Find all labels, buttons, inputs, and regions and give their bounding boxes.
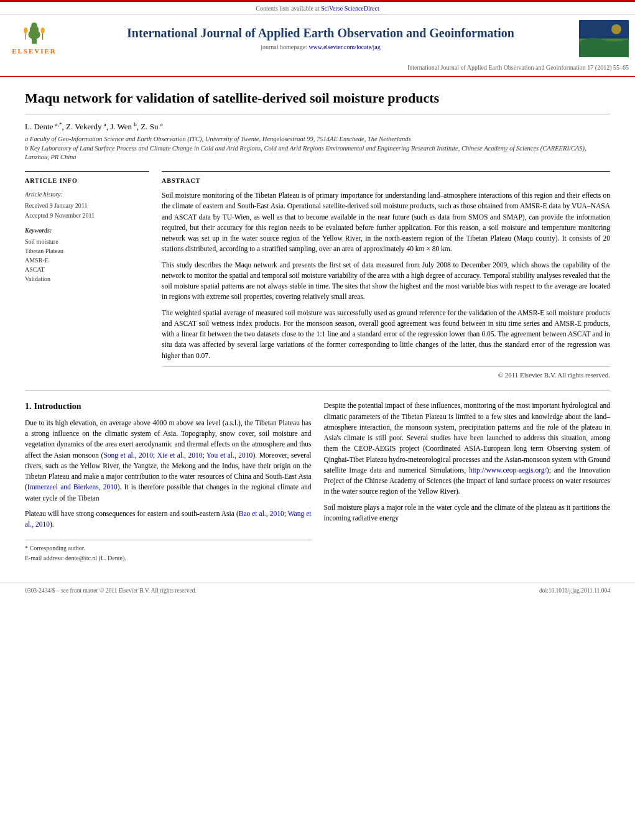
abstract-para-1: Soil moisture monitoring of the Tibetan … xyxy=(162,190,610,255)
accepted-date: Accepted 9 November 2011 xyxy=(25,211,149,220)
affiliations: a Faculty of Geo-Information Science and… xyxy=(25,135,610,162)
intro-para-1: Due to its high elevation, on average ab… xyxy=(25,418,312,504)
svg-point-3 xyxy=(31,22,37,29)
copyright: © 2011 Elsevier B.V. All rights reserved… xyxy=(162,366,610,380)
article-title: Maqu network for validation of satellite… xyxy=(25,90,610,114)
bottom-bar: 0303-2434/$ – see front matter © 2011 El… xyxy=(0,583,635,599)
body-left-col: 1.Introduction Due to its high elevation… xyxy=(25,400,312,564)
footnote-area: * Corresponding author. E-mail address: … xyxy=(25,540,312,563)
body-right-col: Despite the potential impact of these in… xyxy=(324,400,611,564)
issn-info: 0303-2434/$ – see front matter © 2011 El… xyxy=(25,587,197,595)
right-para-1: Despite the potential impact of these in… xyxy=(324,400,611,497)
intro-title: Introduction xyxy=(34,402,81,411)
sciverse-link[interactable]: SciVerse ScienceDirect xyxy=(321,5,379,12)
authors-line: L. Dente a,*, Z. Vekerdy a, J. Wen b, Z.… xyxy=(25,121,610,133)
right-para-2: Soil moisture plays a major role in the … xyxy=(324,502,611,524)
ref-xie[interactable]: Xie et al., 2010 xyxy=(157,451,203,459)
ref-you[interactable]: You et al., 2010 xyxy=(206,451,253,459)
journal-top-bar: Contents lists available at SciVerse Sci… xyxy=(0,2,635,15)
homepage-url[interactable]: www.elsevier.com/locate/jag xyxy=(308,44,380,50)
article-info-heading: ARTICLE INFO xyxy=(25,177,149,185)
intro-number: 1. xyxy=(25,402,32,411)
abstract-heading: ABSTRACT xyxy=(162,177,610,185)
svg-point-10 xyxy=(611,24,621,34)
elsevier-logo: ELSEVIER xyxy=(6,20,62,57)
journal-homepage: journal homepage: www.elsevier.com/locat… xyxy=(68,43,573,52)
svg-point-5 xyxy=(40,27,44,34)
keyword-2: Tibetan Plateau xyxy=(25,247,149,256)
cover-image-svg xyxy=(579,20,629,57)
keywords-section: Keywords: Soil moisture Tibetan Plateau … xyxy=(25,226,149,284)
top-bar-text: Contents lists available at xyxy=(256,5,319,12)
elsevier-text: ELSEVIER xyxy=(12,47,57,56)
homepage-label: journal homepage: xyxy=(261,44,307,50)
authors-text: L. Dente a,*, Z. Vekerdy a, J. Wen b, Z.… xyxy=(25,122,163,131)
journal-banner: ELSEVIER International Journal of Applie… xyxy=(0,15,635,62)
affiliation-a: a Faculty of Geo-Information Science and… xyxy=(25,135,610,144)
email-note: E-mail address: dente@itc.nl (L. Dente). xyxy=(25,554,312,563)
corresponding-author-note: * Corresponding author. xyxy=(25,544,312,553)
abstract-para-3: The weighted spatial average of measured… xyxy=(162,308,610,361)
elsevier-tree-icon xyxy=(12,21,56,45)
keyword-3: AMSR-E xyxy=(25,256,149,265)
ceop-link[interactable]: http://www.ceop-aegis.org/ xyxy=(469,466,547,474)
article-info-col: ARTICLE INFO Article history: Received 9… xyxy=(25,171,149,380)
intro-heading: 1.Introduction xyxy=(25,400,312,413)
journal-title-block: International Journal of Applied Earth O… xyxy=(62,25,579,52)
svg-point-4 xyxy=(24,27,27,34)
ref-bao[interactable]: Bao et al., 2010 xyxy=(239,510,284,517)
article-info-abstract: ARTICLE INFO Article history: Received 9… xyxy=(25,171,610,380)
journal-title: International Journal of Applied Earth O… xyxy=(68,25,573,40)
email-label: E-mail address: xyxy=(25,555,63,561)
keyword-1: Soil moisture xyxy=(25,238,149,246)
volume-info: International Journal of Applied Earth O… xyxy=(0,62,635,73)
keyword-4: ASCAT xyxy=(25,265,149,274)
abstract-col: ABSTRACT Soil moisture monitoring of the… xyxy=(162,171,610,380)
ref-immerzeel[interactable]: Immerzeel and Bierkens, 2010 xyxy=(27,483,118,491)
journal-cover-image xyxy=(579,20,629,57)
section-divider xyxy=(25,390,610,390)
article-content: Maqu network for validation of satellite… xyxy=(0,77,635,576)
doi-info: doi:10.1016/j.jag.2011.11.004 xyxy=(539,587,610,595)
body-content: 1.Introduction Due to its high elevation… xyxy=(25,400,610,564)
journal-header: Contents lists available at SciVerse Sci… xyxy=(0,0,635,77)
ref-song[interactable]: Song et al., 2010 xyxy=(103,451,153,459)
intro-para-2: Plateau will have strong consequences fo… xyxy=(25,509,312,530)
history-label: Article history: xyxy=(25,190,149,199)
affiliation-b: b Key Laboratory of Land Surface Process… xyxy=(25,144,610,162)
keywords-label: Keywords: xyxy=(25,226,149,235)
abstract-para-2: This study describes the Maqu network an… xyxy=(162,260,610,303)
email-link[interactable]: dente@itc.nl (L. Dente). xyxy=(65,555,126,561)
keyword-5: Validation xyxy=(25,275,149,284)
received-date: Received 9 January 2011 xyxy=(25,201,149,210)
